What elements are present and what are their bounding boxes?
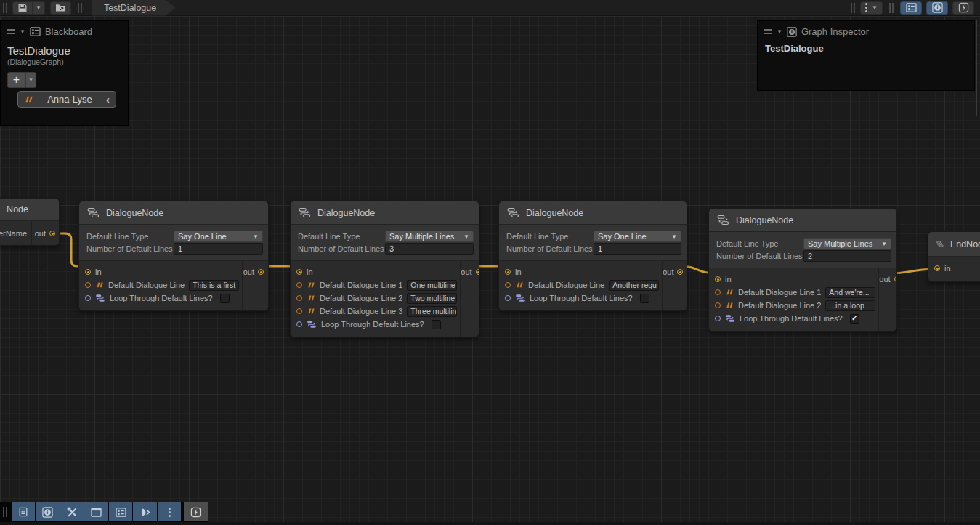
in-port-label: in [944,264,951,273]
line-type-dropdown[interactable]: Say Multiple Lines▼ [385,231,474,242]
dialogue-line-field[interactable]: Another regu [609,280,659,291]
loop-port[interactable] [85,295,91,301]
dialogue-node[interactable]: DialogueNode Default Line Type Say Multi… [290,201,479,337]
minimap-toggle-button[interactable] [133,502,157,521]
live-edit-toggle-button[interactable] [952,1,974,15]
loop-checkbox[interactable]: ✓ [850,314,859,324]
document-toggle-button[interactable] [12,502,36,521]
line-count-field[interactable]: 3 [385,243,474,255]
add-property-button[interactable]: + [7,72,25,88]
info-toggle-button[interactable] [36,502,60,521]
info-icon [787,27,797,37]
caret-down-icon: ▼ [881,241,887,247]
string-quote-icon [307,294,315,302]
info-icon [932,2,943,13]
out-port[interactable] [677,269,683,275]
in-port[interactable] [715,276,721,282]
out-port[interactable] [894,276,897,282]
save-button[interactable] [12,1,33,15]
half-disc-chevron-icon [139,508,151,517]
dialogue-line-port[interactable] [85,282,91,288]
dialogue-line-field[interactable]: One multiline [407,280,457,291]
dialogue-line-field[interactable]: This is a first [189,280,239,291]
live-edit-button[interactable] [184,502,208,521]
loop-port[interactable] [296,321,302,327]
inspector-header-label: Graph Inspector [801,26,869,37]
line-type-dropdown[interactable]: Say One Line▼ [594,231,681,242]
collapse-triangle-icon[interactable]: ▼ [20,28,25,35]
save-dropdown-button[interactable]: ▼ [33,1,45,15]
dialogue-line-port[interactable] [296,308,302,314]
overflow-menu-button[interactable]: ▼ [860,1,883,15]
open-asset-button[interactable] [50,1,71,15]
in-port[interactable] [934,265,940,271]
start-node[interactable]: Node kerName out [0,198,60,246]
loop-label: Loop Through Default Lines? [740,314,843,323]
blackboard-toggle-button[interactable] [109,502,133,521]
line-type-dropdown[interactable]: Say One Line▼ [174,231,263,242]
loop-bool-icon [515,294,525,302]
collapse-triangle-icon[interactable]: ▼ [777,28,782,35]
out-port[interactable] [258,269,264,275]
end-node[interactable]: EndNode in [928,231,980,282]
toolbar-grip [3,507,9,517]
dialogue-line-port[interactable] [296,282,302,288]
window-toggle-button[interactable] [84,502,108,521]
inspector-toggle-button[interactable] [926,1,948,15]
blackboard-icon [30,27,41,36]
panel-resizer[interactable] [976,20,977,116]
loop-port[interactable] [505,295,511,301]
blackboard-property-row[interactable]: Anna-Lyse ‹ [17,91,116,108]
dialogue-node[interactable]: DialogueNode Default Line Type Say One L… [498,201,687,311]
dialogue-line-label: Default Dialogue Line 2 [738,301,821,310]
dialogue-line-field[interactable]: Three multilin [407,306,457,317]
dialogue-line-label: Default Dialogue Line 3 [320,307,402,316]
blackboard-graph-name: TestDialogue [1,40,128,57]
in-port[interactable] [505,269,511,275]
dialogue-line-port[interactable] [715,289,721,295]
panel-menu-handle[interactable] [7,29,15,34]
loop-bool-icon [307,320,317,329]
panel-menu-handle[interactable] [764,29,772,34]
loop-checkbox[interactable] [640,294,649,303]
dialogue-line-label: Default Dialogue Line 2 [320,294,402,302]
graph-inspector-panel[interactable]: ▼ Graph Inspector TestDialogue [757,20,975,91]
blackboard-toggle-button[interactable] [900,1,922,15]
chevron-left-icon[interactable]: ‹ [106,94,110,105]
add-property-dropdown-button[interactable]: ▼ [25,72,36,88]
node-icon [299,207,311,218]
in-port[interactable] [296,269,302,275]
loop-bool-icon [95,294,105,302]
out-port[interactable] [49,231,55,236]
more-toggle-button[interactable] [158,502,182,521]
line-count-field[interactable]: 2 [803,250,891,262]
loop-checkbox[interactable] [220,294,230,303]
kebab-menu-icon [865,3,867,12]
caret-down-icon: ▼ [463,233,469,240]
dialogue-line-port[interactable] [505,282,511,288]
dialogue-line-port[interactable] [715,302,721,308]
dialogue-node[interactable]: DialogueNode Default Line Type Say Multi… [708,208,897,332]
loop-checkbox[interactable] [432,320,441,329]
dialogue-line-field[interactable]: And we're... [825,287,875,298]
dialogue-node[interactable]: DialogueNode Default Line Type Say One L… [78,201,269,311]
top-toolbar: ▼ TestDialogue ▼ [0,0,980,16]
line-type-label: Default Line Type [716,239,803,248]
in-port-label: in [515,268,522,276]
line-type-dropdown[interactable]: Say Multiple Lines▼ [803,238,891,249]
line-count-field[interactable]: 1 [594,243,681,255]
out-port[interactable] [476,269,479,275]
in-port[interactable] [85,269,91,275]
graph-tab[interactable]: TestDialogue [92,0,175,16]
tools-toggle-button[interactable] [60,502,84,521]
in-port-label: in [95,268,102,276]
blackboard-icon [116,508,126,517]
caret-down-icon: ▼ [28,77,34,83]
line-count-field[interactable]: 1 [174,243,263,255]
loop-port[interactable] [715,316,721,321]
dialogue-line-field[interactable]: ...in a loop [825,300,875,311]
loop-label: Loop Through Default Lines? [530,294,633,302]
dialogue-line-port[interactable] [296,295,302,301]
blackboard-panel[interactable]: ▼ Blackboard TestDialogue (DialogueGraph… [0,20,129,126]
dialogue-line-field[interactable]: Two multiline [407,293,457,304]
